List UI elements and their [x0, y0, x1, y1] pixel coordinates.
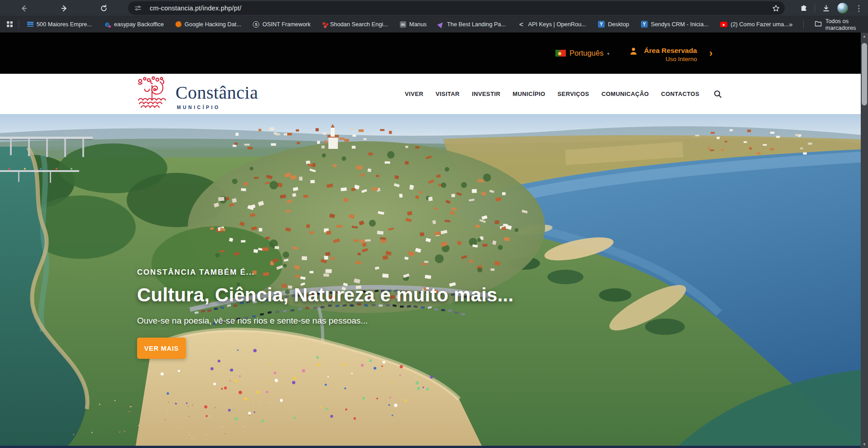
hero-title: Cultura, Ciência, Natureza e muito mais.…	[137, 284, 513, 306]
browser-window: cm-constancia.pt/index.php/pt/ ⋮ 50	[0, 0, 868, 448]
chevron-down-icon: ▾	[607, 51, 609, 56]
manus-icon: m	[400, 21, 406, 28]
bookmarks-right-cluster: » Todos os marcadores	[789, 18, 856, 31]
apps-grid-icon[interactable]	[6, 21, 13, 28]
nav-item-municipio[interactable]: MUNICÍPIO	[512, 91, 545, 97]
star-icon[interactable]	[769, 2, 782, 14]
portugal-flag-icon	[555, 50, 566, 57]
nav-item-comunicacao[interactable]: COMUNICAÇÃO	[602, 91, 649, 97]
profile-avatar[interactable]	[837, 2, 849, 14]
nav-item-servicos[interactable]: SERVIÇOS	[558, 91, 589, 97]
url-bar[interactable]: cm-constancia.pt/index.php/pt/	[128, 1, 785, 15]
reload-icon[interactable]	[97, 2, 110, 14]
bookmark-item[interactable]: The Best Landing Pa...	[438, 21, 506, 28]
forward-arrow-icon[interactable]	[58, 2, 71, 14]
download-icon[interactable]	[820, 2, 832, 14]
bookmark-item[interactable]: 500 Maiores Empre...	[27, 21, 92, 28]
hero-content: CONSTÂNCIA TAMBÉM É... Cultura, Ciência,…	[137, 268, 513, 359]
site-topbar: Português ▾ Área Reservada Uso Interno ›	[0, 33, 861, 74]
nav-item-visitar[interactable]: VISITAR	[436, 91, 460, 97]
bookmark-item[interactable]: Google Hacking Dat...	[175, 21, 241, 28]
site-info-tune-icon[interactable]	[134, 5, 142, 12]
browser-toolbar: cm-constancia.pt/index.php/pt/ ⋮	[0, 0, 868, 16]
bookmark-item[interactable]: < API Keys | OpenRou...	[517, 21, 586, 28]
bookmark-item[interactable]: Shodan Search Engi...	[323, 21, 388, 28]
toolbar-separator	[815, 4, 815, 12]
bookmarks-bar: 500 Maiores Empre... e easypay Backoffic…	[0, 16, 868, 33]
logo-title: Constância	[175, 82, 258, 103]
all-bookmarks-button[interactable]: Todos os marcadores	[815, 18, 856, 31]
folder-icon	[815, 20, 822, 29]
nav-item-contactos[interactable]: CONTACTOS	[661, 91, 699, 97]
bookmarks-overflow-chevrons[interactable]: »	[789, 20, 792, 28]
bookmark-item[interactable]: e easypay Backoffice	[104, 21, 164, 28]
constancia-emblem-icon	[135, 76, 169, 114]
page-scrollbar[interactable]: ▲ ▼	[861, 33, 868, 448]
puzzle-icon[interactable]	[797, 2, 810, 14]
logo-subtitle: MUNICÍPIO	[177, 105, 258, 110]
next-section-strip	[0, 446, 861, 448]
bookmark-item[interactable]: Y Desktop	[598, 21, 629, 28]
sendys-app-icon: Y	[641, 21, 648, 28]
user-icon	[629, 47, 638, 58]
shodan-dots-icon	[323, 22, 325, 25]
site-header: Constância MUNICÍPIO VIVER VISITAR INVES…	[0, 74, 861, 114]
scroll-down-arrow[interactable]: ▼	[861, 441, 868, 448]
flame-icon	[175, 21, 181, 27]
reserved-area-link[interactable]: Área Reservada Uso Interno	[629, 47, 697, 62]
ver-mais-button[interactable]: VER MAIS	[137, 338, 186, 359]
bookmarks-list: 500 Maiores Empre... e easypay Backoffic…	[27, 21, 789, 28]
bookmark-item[interactable]: S OSINT Framework	[253, 21, 310, 28]
bookmark-item[interactable]: m Manus	[400, 21, 427, 28]
toolbar-right-cluster: ⋮	[797, 0, 864, 16]
angle-share-icon: <	[517, 21, 525, 28]
nav-item-viver[interactable]: VIVER	[405, 91, 423, 97]
language-label: Português	[569, 49, 603, 57]
url-text[interactable]: cm-constancia.pt/index.php/pt/	[150, 5, 769, 12]
search-icon[interactable]	[713, 90, 722, 98]
reserved-area-sublabel: Uso Interno	[644, 56, 697, 62]
youtube-icon	[720, 22, 727, 27]
bookmark-item[interactable]: (2) Como Fazer uma...	[720, 21, 789, 28]
logo-texts: Constância MUNICÍPIO	[175, 82, 258, 114]
list-bars-icon	[27, 22, 33, 27]
chevron-right-icon[interactable]: ›	[709, 48, 712, 59]
sendys-app-icon: Y	[598, 21, 605, 28]
hero-subtitle: Ouve-se na poesia, vê-se nos rios e sent…	[137, 316, 513, 326]
language-selector[interactable]: Português ▾	[555, 49, 609, 57]
rocket-icon	[437, 20, 445, 28]
osint-globe-icon: S	[253, 21, 259, 28]
hero-section: CONSTÂNCIA TAMBÉM É... Cultura, Ciência,…	[0, 114, 861, 446]
scroll-up-arrow[interactable]: ▲	[861, 33, 868, 40]
scrollbar-thumb[interactable]	[862, 43, 867, 105]
bookmark-item[interactable]: Y Sendys CRM - Inicia...	[641, 21, 708, 28]
hero-kicker: CONSTÂNCIA TAMBÉM É...	[137, 268, 513, 277]
webpage: Português ▾ Área Reservada Uso Interno ›	[0, 33, 861, 448]
bookmarks-separator	[19, 20, 19, 29]
reserved-area-texts: Área Reservada Uso Interno	[644, 47, 697, 62]
kebab-menu-icon[interactable]: ⋮	[853, 5, 864, 12]
bookmarks-separator	[803, 20, 804, 29]
back-arrow-icon[interactable]	[17, 2, 30, 14]
municipality-logo[interactable]: Constância MUNICÍPIO	[135, 76, 258, 114]
nav-item-investir[interactable]: INVESTIR	[472, 91, 500, 97]
easypay-e-icon: e	[104, 21, 111, 28]
reserved-area-label: Área Reservada	[644, 47, 697, 55]
main-navigation: VIVER VISITAR INVESTIR MUNICÍPIO SERVIÇO…	[405, 74, 722, 114]
